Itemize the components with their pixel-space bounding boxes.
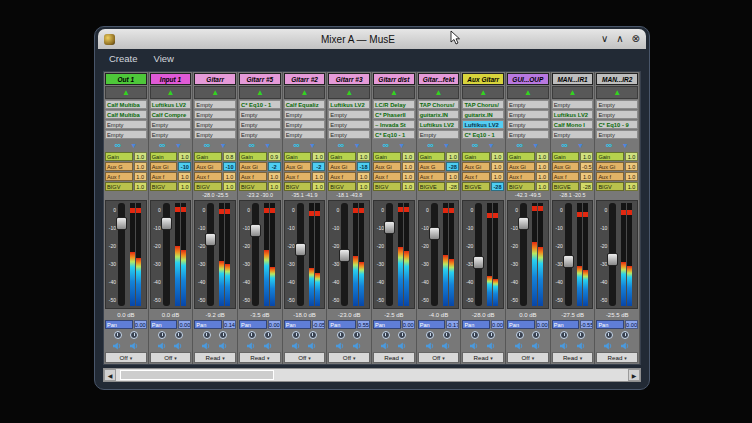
gain-label[interactable]: Gain xyxy=(596,152,624,161)
output-route-down-arrow-icon[interactable]: ▼ xyxy=(488,142,495,149)
effect-slot[interactable]: TAP Chorus/ xyxy=(462,100,504,109)
track-name-label[interactable]: Gitarr xyxy=(194,73,236,85)
volume-db-readout[interactable]: -3.5 dB xyxy=(239,310,281,319)
input-route-up-arrow-icon[interactable]: ▲ xyxy=(194,86,236,99)
pan-label[interactable]: Pan xyxy=(239,320,267,329)
effect-slot[interactable]: LC/R Delay xyxy=(373,100,415,109)
aux-send-value[interactable]: -18 xyxy=(357,162,370,171)
pan-value[interactable]: -0.05 xyxy=(312,320,325,329)
aux-send-label[interactable]: Aux f xyxy=(150,172,178,181)
gain-value[interactable]: 1.0 xyxy=(402,152,415,161)
aux-send-value[interactable]: 1.0 xyxy=(134,162,147,171)
aux-send-label[interactable]: Aux G xyxy=(105,162,133,171)
pan-label[interactable]: Pan xyxy=(596,320,624,329)
volume-fader-track[interactable] xyxy=(163,203,170,306)
gain-label[interactable]: Gain xyxy=(552,152,580,161)
stereo-link-icon[interactable]: ∞ xyxy=(516,141,522,150)
speaker-solo-icon[interactable] xyxy=(532,342,541,350)
speaker-mute-icon[interactable] xyxy=(381,342,390,350)
aux-send-value[interactable]: 1.0 xyxy=(134,172,147,181)
aux-send-label[interactable]: BIGV xyxy=(596,182,624,191)
horizontal-scrollbar[interactable]: ◀ ▶ xyxy=(103,368,641,382)
stereo-link-icon[interactable]: ∞ xyxy=(382,141,388,150)
aux-send-value[interactable]: 1.0 xyxy=(536,172,549,181)
automation-mode-button[interactable]: Off ▾ xyxy=(418,352,460,363)
power-button-icon[interactable] xyxy=(516,331,524,339)
effect-slot[interactable]: Empty xyxy=(194,100,236,109)
effect-slot[interactable]: Empty xyxy=(150,120,192,129)
effect-slot[interactable]: Empty xyxy=(239,110,281,119)
record-button-icon[interactable] xyxy=(219,331,227,339)
input-route-up-arrow-icon[interactable]: ▲ xyxy=(150,86,192,99)
gain-label[interactable]: Gain xyxy=(418,152,446,161)
pan-label[interactable]: Pan xyxy=(150,320,178,329)
effect-slot[interactable]: Empty xyxy=(239,130,281,139)
input-route-up-arrow-icon[interactable]: ▲ xyxy=(284,86,326,99)
speaker-mute-icon[interactable] xyxy=(113,342,122,350)
aux-send-value[interactable]: 1.0 xyxy=(312,172,325,181)
gain-label[interactable]: Gain xyxy=(507,152,535,161)
effect-slot[interactable]: Calf Mono I xyxy=(552,120,594,129)
aux-send-value[interactable]: 1.0 xyxy=(268,182,281,191)
stereo-link-icon[interactable]: ∞ xyxy=(606,141,612,150)
input-route-up-arrow-icon[interactable]: ▲ xyxy=(239,86,281,99)
automation-mode-button[interactable]: Read ▾ xyxy=(194,352,236,363)
power-button-icon[interactable] xyxy=(248,331,256,339)
effect-slot[interactable]: Calf Multiba xyxy=(105,100,147,109)
scrollbar-thumb[interactable] xyxy=(120,370,274,380)
aux-send-value[interactable]: -2 xyxy=(268,162,281,171)
gain-value[interactable]: 1.0 xyxy=(357,152,370,161)
aux-send-value[interactable]: -28 xyxy=(491,182,504,191)
automation-mode-button[interactable]: Read ▾ xyxy=(373,352,415,363)
effect-slot[interactable]: Empty xyxy=(418,130,460,139)
speaker-solo-icon[interactable] xyxy=(353,342,362,350)
volume-fader-track[interactable] xyxy=(207,203,214,306)
aux-send-label[interactable]: Aux G xyxy=(418,162,446,171)
aux-send-label[interactable]: Aux f xyxy=(507,172,535,181)
effect-slot[interactable]: Empty xyxy=(507,110,549,119)
output-route-down-arrow-icon[interactable]: ▼ xyxy=(175,142,182,149)
effect-slot[interactable]: guitarix.IN xyxy=(418,110,460,119)
aux-send-label[interactable]: BIGV xyxy=(373,182,401,191)
close-window-icon[interactable]: ⊗ xyxy=(632,34,640,44)
aux-send-value[interactable]: 1.0 xyxy=(402,172,415,181)
volume-db-readout[interactable]: -23.0 dB xyxy=(328,310,370,319)
speaker-mute-icon[interactable] xyxy=(604,342,613,350)
aux-send-label[interactable]: Aux f xyxy=(194,172,222,181)
track-name-label[interactable]: Gitarr #2 xyxy=(284,73,326,85)
track-name-label[interactable]: Aux Gitarr xyxy=(462,73,504,85)
aux-send-label[interactable]: Aux Gi xyxy=(328,162,356,171)
gain-value[interactable]: 1.0 xyxy=(625,152,638,161)
effect-slot[interactable]: Empty xyxy=(284,110,326,119)
pan-label[interactable]: Pan xyxy=(507,320,535,329)
power-button-icon[interactable] xyxy=(605,331,613,339)
automation-mode-button[interactable]: Off ▾ xyxy=(284,352,326,363)
effect-slot[interactable]: Calf Compre xyxy=(150,110,192,119)
automation-mode-button[interactable]: Off ▾ xyxy=(507,352,549,363)
stereo-link-icon[interactable]: ∞ xyxy=(427,141,433,150)
volume-db-readout[interactable]: -4.0 dB xyxy=(418,310,460,319)
aux-send-value[interactable]: -10 xyxy=(223,162,236,171)
speaker-solo-icon[interactable] xyxy=(308,342,317,350)
speaker-mute-icon[interactable] xyxy=(560,342,569,350)
aux-send-value[interactable]: -2 xyxy=(312,162,325,171)
track-name-label[interactable]: MAN...IR1 xyxy=(552,73,594,85)
aux-send-label[interactable]: BIGV xyxy=(284,182,312,191)
stereo-link-icon[interactable]: ∞ xyxy=(114,141,120,150)
volume-fader-handle[interactable] xyxy=(295,243,306,256)
pan-label[interactable]: Pan xyxy=(328,320,356,329)
rollup-window-icon[interactable]: ∧ xyxy=(616,34,623,44)
effect-slot[interactable]: Empty xyxy=(552,130,594,139)
effect-slot[interactable]: Empty xyxy=(328,120,370,129)
output-route-down-arrow-icon[interactable]: ▼ xyxy=(577,142,584,149)
aux-send-value[interactable]: 1.0 xyxy=(312,182,325,191)
gain-value[interactable]: 0.9 xyxy=(268,152,281,161)
pan-value[interactable]: 0.00 xyxy=(491,320,504,329)
pan-value[interactable]: 0.00 xyxy=(402,320,415,329)
record-button-icon[interactable] xyxy=(621,331,629,339)
aux-send-value[interactable]: 1.0 xyxy=(134,182,147,191)
automation-mode-button[interactable]: Off ▾ xyxy=(328,352,370,363)
stereo-link-icon[interactable]: ∞ xyxy=(472,141,478,150)
speaker-solo-icon[interactable] xyxy=(398,342,407,350)
gain-value[interactable]: 1.0 xyxy=(536,152,549,161)
